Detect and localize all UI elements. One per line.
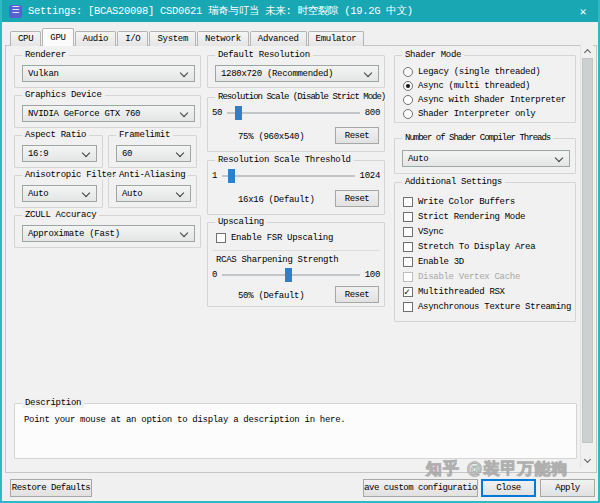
enable-fsr-upscaling-checkbox[interactable]: Enable FSR Upscaling	[216, 232, 333, 244]
zcull-accuracy-combobox[interactable]: Approximate (Fast)	[22, 225, 195, 242]
checkbox-write-color-buffers[interactable]: Write Color Buffers	[403, 196, 515, 208]
scroll-down-button[interactable]	[581, 455, 594, 468]
radio-legacy-text: Legacy (single threaded)	[418, 67, 540, 77]
radio-async-text: Async (multi threaded)	[418, 81, 530, 91]
app-icon: ☰	[9, 5, 22, 18]
enable-3d-text: Enable 3D	[418, 257, 464, 267]
stretch-to-display-area-box	[403, 242, 413, 252]
save-custom-configuration-button[interactable]: Save custom configuration	[363, 479, 478, 497]
strict-rendering-mode-text: Strict Rendering Mode	[418, 212, 525, 222]
resolution-scale-group: Resolution Scale (Disable Strict Mode) 5…	[207, 97, 385, 152]
radio-async-interpreter-text: Async with Shader Interpreter	[418, 95, 566, 105]
tab-emulator[interactable]: Emulator	[308, 31, 365, 46]
anisotropic-filter-value: Auto	[28, 189, 48, 199]
description-group: Description Point your mouse at an optio…	[14, 403, 577, 459]
renderer-value: Vulkan	[28, 69, 59, 79]
write-color-buffers-text: Write Color Buffers	[418, 197, 515, 207]
apply-button[interactable]: Apply	[540, 479, 595, 497]
vsync-box	[403, 227, 413, 237]
checkbox-enable-3d[interactable]: Enable 3D	[403, 256, 464, 268]
resolution-scale-reset-button[interactable]: Reset	[335, 127, 379, 144]
resolution-scale-threshold-reset-button[interactable]: Reset	[335, 190, 379, 207]
tab-gpu[interactable]: GPU	[42, 28, 73, 46]
rcas-sharpening-reset-button[interactable]: Reset	[335, 286, 379, 303]
resolution-scale-min: 50	[212, 108, 222, 118]
default-resolution-combobox[interactable]: 1280x720 (Recommended)	[215, 65, 379, 82]
upscaling-separator	[212, 250, 380, 251]
checkbox-vsync[interactable]: VSync	[403, 226, 444, 238]
resolution-scale-threshold-slider[interactable]: 1 1024	[212, 169, 380, 183]
aspect-ratio-group: Aspect Ratio 16:9	[14, 135, 103, 168]
zcull-accuracy-label: ZCULL Accuracy	[22, 210, 99, 220]
graphics-device-combobox[interactable]: NVIDIA GeForce GTX 760	[22, 105, 195, 122]
radio-async-button	[403, 81, 413, 91]
titlebar: ☰ Settings: [BCAS20098] CSD0621 瑞奇与叮当 未来…	[2, 0, 598, 22]
rcas-sharpening-handle[interactable]	[285, 268, 292, 282]
default-resolution-value: 1280x720 (Recommended)	[221, 69, 333, 79]
scroll-up-button[interactable]	[581, 45, 594, 58]
resolution-scale-threshold-min: 1	[212, 171, 217, 181]
resolution-scale-threshold-max: 1024	[360, 171, 380, 181]
rcas-sharpening-slider[interactable]: 0 100	[212, 268, 380, 282]
anisotropic-filter-combobox[interactable]: Auto	[22, 185, 97, 202]
graphics-device-value: NVIDIA GeForce GTX 760	[28, 109, 140, 119]
framelimit-combobox[interactable]: 60	[116, 145, 191, 162]
resolution-scale-threshold-handle[interactable]	[228, 169, 235, 183]
asynchronous-texture-streaming-box	[403, 302, 413, 312]
anti-aliasing-value: Auto	[122, 189, 142, 199]
rcas-sharpening-track[interactable]	[222, 274, 360, 276]
close-button[interactable]: Close	[481, 479, 536, 497]
radio-interpreter-only-text: Shader Interpreter only	[418, 109, 535, 119]
enable-fsr-upscaling-box	[216, 233, 226, 243]
radio-shader-interpreter-only[interactable]: Shader Interpreter only	[403, 108, 535, 120]
close-window-button[interactable]: ✕	[575, 5, 591, 18]
rcas-sharpening-min: 0	[212, 270, 217, 280]
framelimit-value: 60	[122, 149, 132, 159]
radio-async-with-shader-interpreter[interactable]: Async with Shader Interpreter	[403, 94, 566, 106]
anisotropic-filter-group: Anisotropic Filter Auto	[14, 175, 103, 208]
tab-network[interactable]: Network	[197, 31, 249, 46]
tab-audio[interactable]: Audio	[75, 31, 117, 46]
resolution-scale-handle[interactable]	[235, 106, 242, 120]
resolution-scale-max: 800	[365, 108, 380, 118]
tab-io[interactable]: I/O	[117, 31, 148, 46]
aspect-ratio-combobox[interactable]: 16:9	[22, 145, 97, 162]
tab-advanced[interactable]: Advanced	[250, 31, 307, 46]
anisotropic-filter-label: Anisotropic Filter	[22, 170, 120, 180]
scrollbar-thumb[interactable]	[582, 58, 593, 443]
restore-defaults-button[interactable]: Restore Defaults	[10, 479, 92, 497]
tab-system[interactable]: System	[149, 31, 196, 46]
anti-aliasing-label: Anti-Aliasing	[116, 170, 188, 180]
resolution-scale-value: 75% (960x540)	[238, 132, 304, 142]
chevron-up-icon	[583, 49, 590, 56]
aspect-ratio-label: Aspect Ratio	[22, 130, 89, 140]
vertical-scrollbar[interactable]	[580, 45, 593, 468]
stretch-to-display-area-text: Stretch To Display Area	[418, 242, 535, 252]
anti-aliasing-combobox[interactable]: Auto	[116, 185, 191, 202]
resolution-scale-threshold-group: Resolution Scale Threshold 1 1024 16x16 …	[207, 160, 385, 215]
shader-compiler-threads-combobox[interactable]: Auto	[402, 150, 570, 167]
checkbox-multithreaded-rsx[interactable]: Multithreaded RSX	[403, 286, 505, 298]
checkbox-strict-rendering-mode[interactable]: Strict Rendering Mode	[403, 211, 525, 223]
resolution-scale-track[interactable]	[227, 112, 359, 114]
additional-settings-group: Additional Settings Write Color Buffers …	[394, 182, 576, 322]
renderer-combobox[interactable]: Vulkan	[22, 65, 195, 82]
default-resolution-label: Default Resolution	[215, 50, 313, 60]
resolution-scale-threshold-track[interactable]	[222, 175, 354, 177]
framelimit-label: Framelimit	[116, 130, 173, 140]
asynchronous-texture-streaming-text: Asynchronous Texture Streaming	[418, 302, 571, 312]
checkbox-stretch-to-display-area[interactable]: Stretch To Display Area	[403, 241, 535, 253]
enable-3d-box	[403, 257, 413, 267]
enable-fsr-upscaling-text: Enable FSR Upscaling	[231, 233, 333, 243]
multithreaded-rsx-text: Multithreaded RSX	[418, 287, 505, 297]
radio-async-multi-threaded[interactable]: Async (multi threaded)	[403, 80, 530, 92]
checkbox-asynchronous-texture-streaming[interactable]: Asynchronous Texture Streaming	[403, 301, 571, 313]
radio-legacy-single-threaded[interactable]: Legacy (single threaded)	[403, 66, 540, 78]
rcas-sharpening-value: 50% (Default)	[238, 291, 304, 301]
shader-compiler-threads-label: Number of Shader Compiler Threads	[402, 133, 553, 143]
aspect-ratio-value: 16:9	[28, 149, 48, 159]
resolution-scale-slider[interactable]: 50 800	[212, 106, 380, 120]
tab-cpu[interactable]: CPU	[10, 31, 41, 46]
resolution-scale-threshold-label: Resolution Scale Threshold	[215, 155, 354, 165]
renderer-group: Renderer Vulkan	[14, 55, 201, 88]
